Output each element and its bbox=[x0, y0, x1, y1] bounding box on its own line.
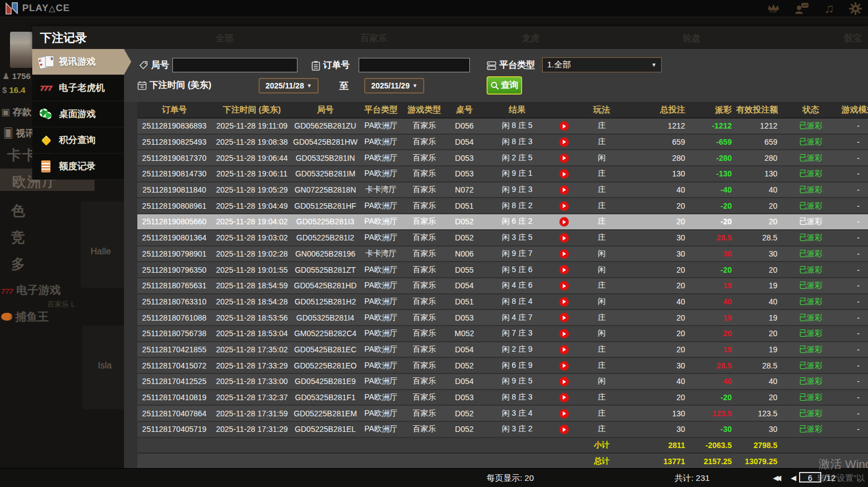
cell-time: 2025-11-28 17:31:29 bbox=[211, 421, 292, 437]
cell-playtype: 庄 bbox=[577, 118, 626, 134]
table-row[interactable]: 2511281704218552025-11-28 17:35:02GD0542… bbox=[137, 342, 868, 358]
date-from-picker[interactable]: 2025/11/28 ▼ bbox=[259, 78, 319, 94]
play-video-button[interactable] bbox=[559, 121, 569, 131]
play-video-button[interactable] bbox=[559, 297, 569, 307]
table-row[interactable]: 2511281908147302025-11-28 19:06:11GD0532… bbox=[137, 166, 868, 182]
order-number-input[interactable] bbox=[359, 58, 470, 72]
play-video-button[interactable] bbox=[559, 425, 569, 434]
play-video-button[interactable] bbox=[559, 313, 569, 322]
settings-button[interactable] bbox=[849, 2, 862, 16]
cell-round: GD05625B281ZU bbox=[292, 118, 358, 134]
total-label: 总计 bbox=[577, 453, 626, 469]
prev-page-button[interactable]: ◀ bbox=[791, 474, 796, 482]
cell-time: 2025-11-28 19:03:02 bbox=[211, 230, 292, 246]
play-video-button[interactable] bbox=[559, 169, 569, 179]
cell-platform: PA欧洲厅 bbox=[358, 230, 404, 246]
cell-round: GD05425B281EC bbox=[292, 342, 358, 358]
cell-game: 百家乐 bbox=[404, 278, 445, 294]
logo-text: PLAY△CE bbox=[22, 3, 70, 14]
sidebar-item-sports[interactable]: 竞 bbox=[11, 228, 26, 247]
table-row[interactable]: 2511281704150722025-11-28 17:33:29GD0522… bbox=[137, 357, 868, 373]
cell-platform: PA欧洲厅 bbox=[358, 390, 404, 406]
table-row[interactable]: 2511281907989012025-11-28 19:02:28GN0062… bbox=[137, 246, 868, 262]
date-to-picker[interactable]: 2025/11/29 ▼ bbox=[364, 78, 424, 94]
cell-table: D052 bbox=[445, 421, 484, 437]
play-video-button[interactable] bbox=[559, 409, 569, 419]
play-video-button[interactable] bbox=[559, 137, 569, 147]
sidebar-item-slots[interactable]: 777 电子游戏 bbox=[1, 283, 61, 298]
cell-bet: 30 bbox=[626, 230, 693, 246]
sidebar-item-fishing[interactable]: 捕鱼王 bbox=[1, 309, 49, 324]
table-row[interactable]: 2511281807633102025-11-28 18:54:28GD0512… bbox=[137, 294, 868, 310]
play-video-button[interactable] bbox=[559, 361, 569, 371]
play-video-button[interactable] bbox=[559, 393, 569, 402]
table-row[interactable]: 2511281908056602025-11-28 19:04:02GD0522… bbox=[137, 214, 868, 230]
tab-slot-machines[interactable]: 电子老虎机 bbox=[32, 75, 124, 101]
cell-game: 百家乐 bbox=[404, 405, 445, 421]
dealer-name: Isla bbox=[98, 361, 112, 371]
play-video-button[interactable] bbox=[559, 329, 569, 338]
document-icon bbox=[38, 159, 54, 174]
table-row[interactable]: 2511281908089612025-11-28 19:04:49GD0512… bbox=[137, 198, 868, 214]
tab-quota-records[interactable]: 额度记录 bbox=[32, 154, 124, 180]
tab-points-query[interactable]: 积分查询 bbox=[32, 127, 124, 154]
search-button[interactable]: 查询 bbox=[487, 76, 522, 95]
play-video-button[interactable] bbox=[559, 345, 569, 355]
play-video-button[interactable] bbox=[559, 233, 569, 243]
play-video-button[interactable] bbox=[559, 265, 569, 274]
play-video-button[interactable] bbox=[559, 249, 569, 259]
table-row[interactable]: 2511281908013642025-11-28 19:03:02GD0522… bbox=[137, 230, 868, 246]
play-video-button[interactable] bbox=[559, 185, 569, 195]
col-platform: 平台类型 bbox=[358, 102, 404, 118]
customer-service-button[interactable] bbox=[795, 2, 810, 15]
table-row[interactable]: 2511281704108192025-11-28 17:32:37GD0532… bbox=[137, 390, 868, 406]
play-video-button[interactable] bbox=[559, 281, 569, 291]
table-row[interactable]: 2511281908368932025-11-28 19:11:09GD0562… bbox=[137, 118, 868, 134]
table-row[interactable]: 2511281907963502025-11-28 19:01:55GD0552… bbox=[137, 262, 868, 278]
platform-type-select[interactable]: 1.全部 ▼ bbox=[542, 57, 662, 72]
cell-payout: -20 bbox=[693, 390, 736, 406]
table-row[interactable]: 2511281807567382025-11-28 18:53:04GM0522… bbox=[137, 326, 868, 342]
col-status: 状态 bbox=[792, 102, 830, 118]
cell-table: M052 bbox=[445, 326, 484, 342]
sidebar-item-lottery[interactable]: 色 bbox=[11, 201, 26, 220]
play-video-button[interactable] bbox=[559, 201, 569, 211]
table-row[interactable]: 2511281704125252025-11-28 17:33:00GD0542… bbox=[137, 373, 868, 390]
cell-playtype: 庄 bbox=[577, 405, 626, 421]
cell-payout: -659 bbox=[693, 134, 736, 150]
round-number-input[interactable] bbox=[172, 58, 297, 72]
cell-game: 百家乐 bbox=[404, 309, 445, 326]
table-row[interactable]: 2511281704078642025-11-28 17:31:59GD0522… bbox=[137, 405, 868, 421]
table-row[interactable]: 2511281908173702025-11-28 19:06:44GD0532… bbox=[137, 150, 868, 166]
platform-type-value: 1.全部 bbox=[547, 60, 571, 70]
tab-label: 电子老虎机 bbox=[59, 82, 105, 94]
music-button[interactable]: ♫ bbox=[824, 1, 834, 16]
cell-mode: - bbox=[830, 134, 868, 150]
cell-platform: PA欧洲厅 bbox=[358, 214, 404, 230]
cell-bet: 30 bbox=[626, 421, 693, 437]
first-page-button[interactable]: ◀◀ bbox=[773, 474, 778, 482]
cell-result: 闲 3 庄 5 bbox=[484, 230, 550, 246]
table-row[interactable]: 2511281908118402025-11-28 19:05:29GN0722… bbox=[137, 182, 868, 198]
table-row[interactable]: 2511281807610882025-11-28 18:53:56GD0532… bbox=[137, 309, 868, 326]
col-order: 订单号 bbox=[137, 102, 211, 118]
tab-live-casino[interactable]: 视讯游戏 bbox=[32, 49, 124, 75]
tab-table-games[interactable]: 桌面游戏 bbox=[32, 101, 124, 127]
cell-platform: PA欧洲厅 bbox=[358, 278, 404, 294]
play-video-button[interactable] bbox=[559, 377, 569, 386]
cell-result: 闲 8 庄 5 bbox=[484, 118, 550, 134]
sidebar-item-multi[interactable]: 多 bbox=[11, 255, 26, 273]
vip-button[interactable]: VIP bbox=[767, 3, 780, 13]
cell-platform: PA欧洲厅 bbox=[358, 326, 404, 342]
play-video-button[interactable] bbox=[559, 217, 569, 227]
cell-play bbox=[550, 166, 577, 182]
cell-mode: - bbox=[830, 373, 868, 390]
deposit-button[interactable]: ▣ 存款 bbox=[1, 106, 32, 119]
table-row[interactable]: 2511281807656312025-11-28 18:54:59GD0542… bbox=[137, 278, 868, 294]
table-row[interactable]: 2511281908254932025-11-28 19:08:38GD0542… bbox=[137, 134, 868, 150]
table-row[interactable]: 2511281704057192025-11-28 17:31:29GD0522… bbox=[137, 421, 868, 437]
play-video-button[interactable] bbox=[559, 154, 569, 163]
gem-icon bbox=[38, 132, 54, 148]
date-from-value: 2025/11/28 bbox=[265, 81, 304, 90]
sidebar-item-video[interactable]: 🂠 视讯 bbox=[3, 127, 34, 140]
